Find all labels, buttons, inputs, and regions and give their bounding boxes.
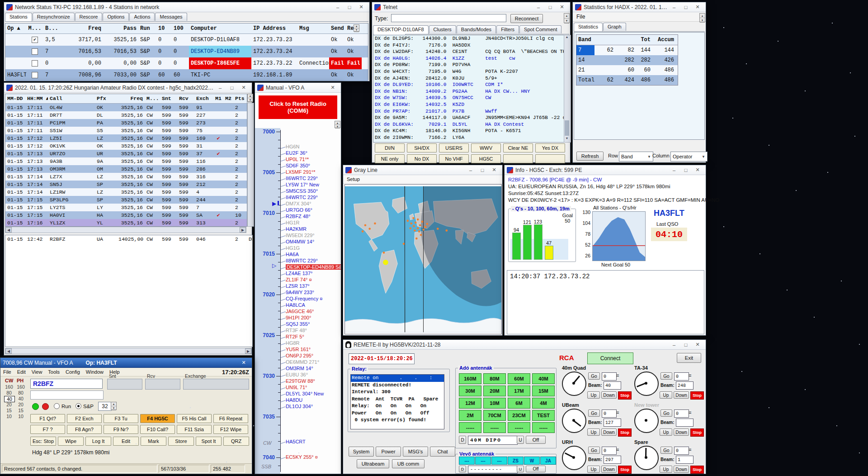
bandmap-spot[interactable]: EU2F 36° bbox=[286, 150, 307, 156]
rx-u-button[interactable]: U bbox=[517, 466, 524, 472]
menu-config[interactable]: Config bbox=[66, 369, 80, 375]
fkey-button-11[interactable]: F11 Szia bbox=[177, 425, 212, 434]
bandmap-spot[interactable]: LX5MF 291°* bbox=[286, 169, 316, 175]
rotator-go-button[interactable]: Go bbox=[660, 447, 672, 454]
bandmap-spot[interactable]: ZL1IF 74° ¤ bbox=[286, 277, 312, 282]
action-button-spot-it[interactable]: Spot It bbox=[196, 437, 222, 446]
tab-stations[interactable]: Stations bbox=[5, 13, 32, 21]
bandmap-spot[interactable]: SD6F 350° bbox=[286, 163, 310, 168]
band-select-cw-20[interactable]: 20 bbox=[4, 402, 14, 407]
tx-off-button[interactable]: Off bbox=[526, 436, 546, 444]
tx-u-button[interactable]: U bbox=[517, 436, 524, 444]
button-chat[interactable]: Chat bbox=[430, 447, 455, 457]
maximize-icon[interactable]: □ bbox=[680, 342, 692, 347]
close-icon[interactable]: ✕ bbox=[488, 167, 500, 173]
rx-antenna-button-blank[interactable]: --- bbox=[475, 457, 491, 465]
button-system[interactable]: System bbox=[349, 447, 374, 457]
close-icon[interactable]: ✕ bbox=[692, 342, 703, 347]
spin-up-icon[interactable]: ▲ bbox=[564, 14, 569, 19]
telnet-button-clear-ne[interactable]: Clear NE bbox=[503, 143, 533, 152]
bandmap-spot[interactable]: HA5CRT bbox=[286, 439, 306, 444]
rotator-beam-field[interactable]: 248 bbox=[676, 381, 693, 390]
band-select-ph-80[interactable]: 80 bbox=[16, 390, 26, 395]
close-icon[interactable]: ✕ bbox=[556, 4, 568, 10]
tx-antenna-button-160m[interactable]: 160M bbox=[459, 373, 481, 384]
fkey-button-10[interactable]: F10 Call? bbox=[140, 425, 175, 434]
rotator-go-button[interactable]: Go bbox=[588, 372, 600, 380]
rotator-down-button[interactable]: Down bbox=[674, 428, 689, 436]
tx-antenna-button-60m[interactable]: 60M bbox=[508, 373, 530, 384]
tab-desktop-d1l0af8[interactable]: DESKTOP-D1L0AF8 bbox=[373, 25, 429, 34]
tab-clusters[interactable]: Clusters bbox=[429, 25, 456, 33]
telnet-button-users[interactable]: USERS bbox=[439, 143, 469, 152]
band-select-cw-160[interactable]: 160 bbox=[4, 384, 14, 390]
network-row[interactable]: HA3FLT77008,967033,00S&P6060TKI-PC192.16… bbox=[5, 69, 368, 81]
tx-antenna-button-15m[interactable]: 15M bbox=[532, 386, 555, 396]
bandmap-spot[interactable]: EC5KY 255° ¤ bbox=[286, 454, 318, 460]
log-row[interactable]: 01-1517:15HA0VIHA3525,16CW599599SA✔10 bbox=[5, 211, 247, 219]
tx-antenna-button-test[interactable]: TEST bbox=[532, 410, 555, 421]
log-previous-qso-row[interactable]: 01-1512:42R2BFZUA14025,00CW5995990462DE bbox=[5, 235, 252, 243]
fkey-button-2[interactable]: F2 Exch bbox=[67, 414, 102, 423]
bandmap-spot[interactable]: UR7GO 66° bbox=[286, 207, 312, 213]
bandmap-spot[interactable]: HG6N bbox=[286, 144, 300, 149]
action-button-store[interactable]: Store bbox=[168, 437, 194, 446]
rotator-go-button[interactable]: Go bbox=[660, 372, 672, 380]
bandmap-spot[interactable]: DL1OJ 304° bbox=[286, 404, 313, 409]
stats-row[interactable]: 14282282426 bbox=[576, 55, 678, 65]
spin-up-icon[interactable]: ▲ bbox=[111, 402, 116, 406]
button-power[interactable]: Power bbox=[376, 447, 401, 457]
network-row[interactable]: 77016,537016,53S&P00DESKTOP-ED4NB89172.2… bbox=[5, 46, 368, 57]
rx-antenna-button-ja[interactable]: JA bbox=[540, 457, 556, 465]
close-icon[interactable]: ✕ bbox=[355, 4, 367, 10]
telnet-vscrollbar[interactable]: ▲▼ bbox=[564, 35, 571, 143]
rotator-up-button[interactable]: Up bbox=[587, 428, 600, 436]
menu-tools[interactable]: Tools bbox=[48, 369, 60, 375]
bandmap-spot[interactable]: LZ5R 137° bbox=[286, 283, 310, 289]
spin-down-icon[interactable]: ▼ bbox=[111, 406, 116, 410]
bandmap-spot[interactable]: EU8U 36° bbox=[286, 372, 308, 377]
bandmap-spot[interactable]: HA8LCA bbox=[286, 302, 305, 308]
rotator-go-field[interactable]: 0 bbox=[602, 409, 617, 418]
band-select-ph-20[interactable]: 20 bbox=[16, 402, 26, 407]
dx-spot-line[interactable]: DX de PD8RW: 7199.0 PD7VHA 1719Z JO21 bbox=[373, 62, 564, 68]
dx-spot-line[interactable]: DX de NB1N: 14009.2 PG2AA HA DX CW... HN… bbox=[373, 88, 564, 95]
sp-radio[interactable]: S&P bbox=[75, 403, 94, 409]
bandmap-spot[interactable]: YU5R 161° bbox=[286, 347, 311, 352]
maximize-icon[interactable]: □ bbox=[680, 167, 692, 173]
action-button-esc-stop[interactable]: Esc: Stop bbox=[30, 437, 56, 446]
telnet-button-wwv[interactable]: WWV bbox=[471, 143, 501, 152]
refresh-button[interactable]: Refresh bbox=[576, 152, 604, 161]
station-checkbox[interactable] bbox=[32, 72, 38, 78]
rx-antenna-button-blank[interactable]: --- bbox=[491, 457, 507, 465]
network-row[interactable]: 00,000,00S&P00DESKTOP-I86E5FE172.23.73.2… bbox=[5, 57, 368, 69]
scroll-right-icon[interactable]: ▶ bbox=[245, 348, 251, 354]
tx-antenna-button-12m[interactable]: 12M bbox=[459, 398, 481, 409]
dx-spot-line[interactable]: DX de DL9YED: 10106.0 IO0WRTC CDM I* 171… bbox=[373, 81, 564, 88]
dx-spot-line[interactable]: DX de EI6KW: 14032.5 K5ZD 1719Z IO63 bbox=[373, 101, 564, 108]
station-checkbox[interactable] bbox=[32, 48, 38, 55]
dx-spot-line[interactable]: DX de 9A5M: 144117.0 UA6ACF JN95MM<EME>K… bbox=[373, 114, 564, 121]
tx-antenna-button-6m[interactable]: 6M bbox=[508, 398, 530, 409]
log-row[interactable]: 01-1517:14LZ1RWLZ3525,16CW59959942 bbox=[5, 188, 247, 196]
bandmap-spot[interactable]: ON6PJ 295° bbox=[286, 353, 313, 358]
exit-button[interactable]: Exit bbox=[677, 353, 701, 363]
rotator-down-button[interactable]: Down bbox=[601, 466, 617, 473]
spin-down-icon[interactable]: ▼ bbox=[354, 29, 359, 32]
menu-file[interactable]: File bbox=[576, 14, 585, 20]
spinner[interactable]: ▲▼ bbox=[564, 13, 570, 23]
bandmap-spot[interactable]: OM3RM 14° bbox=[286, 366, 313, 371]
fkey-button-9[interactable]: F9 Nr? bbox=[104, 425, 138, 434]
band-select-cw-40[interactable]: 40 bbox=[4, 396, 15, 402]
spin-down-icon[interactable]: ▼ bbox=[564, 19, 569, 24]
tab-rescore[interactable]: Rescore bbox=[75, 13, 103, 21]
fkey-button-5[interactable]: F5 His Call bbox=[177, 414, 212, 423]
rotator-beam-field[interactable]: 297 bbox=[604, 456, 621, 464]
maximize-icon[interactable]: □ bbox=[544, 5, 556, 10]
rotator-go-field[interactable]: 0 bbox=[674, 409, 689, 418]
rotator-stop-button[interactable]: Stop bbox=[618, 466, 632, 474]
rotator-compass[interactable] bbox=[562, 409, 586, 433]
tab-messages[interactable]: Messages bbox=[155, 13, 187, 21]
close-icon[interactable]: ✕ bbox=[238, 85, 250, 90]
bandmap-spot[interactable]: E29TGW 88° bbox=[286, 378, 315, 384]
